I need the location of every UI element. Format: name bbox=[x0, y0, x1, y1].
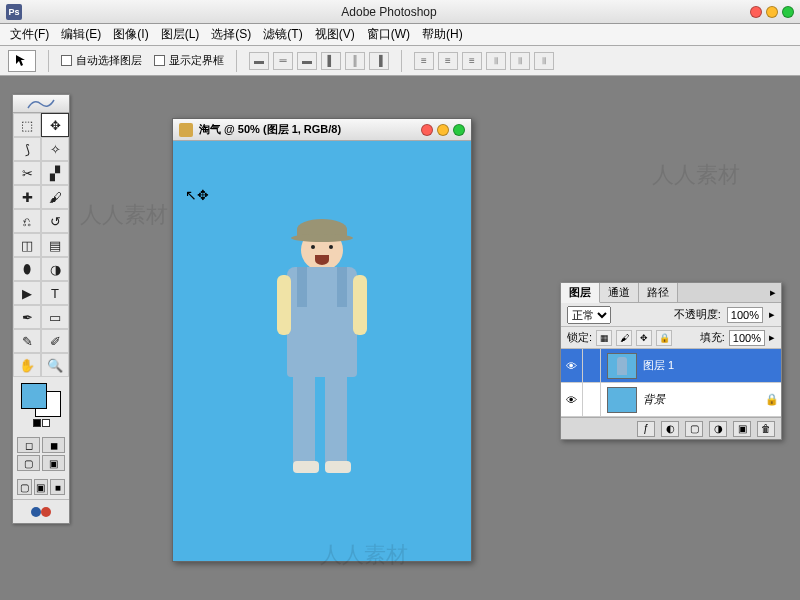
canvas[interactable]: ↖✥ bbox=[173, 141, 471, 561]
lock-transparency-button[interactable]: ▦ bbox=[596, 330, 612, 346]
align-vcenter-button[interactable]: ═ bbox=[273, 52, 293, 70]
lasso-tool[interactable]: ⟆ bbox=[13, 137, 41, 161]
lock-label: 锁定: bbox=[567, 330, 592, 345]
current-tool-indicator[interactable] bbox=[8, 50, 36, 72]
menu-layer[interactable]: 图层(L) bbox=[155, 24, 206, 45]
default-colors-button[interactable] bbox=[33, 419, 50, 427]
opacity-arrow-icon[interactable]: ▸ bbox=[769, 308, 775, 321]
align-top-button[interactable]: ▬ bbox=[249, 52, 269, 70]
toolbox-header[interactable] bbox=[13, 95, 69, 113]
visibility-toggle[interactable]: 👁 bbox=[561, 383, 583, 416]
menu-view[interactable]: 视图(V) bbox=[309, 24, 361, 45]
doc-minimize-icon[interactable] bbox=[437, 124, 449, 136]
visibility-toggle[interactable]: 👁 bbox=[561, 349, 583, 382]
quickmask-mode-button[interactable]: ◼ bbox=[42, 437, 65, 453]
shape-tool[interactable]: ▭ bbox=[41, 305, 69, 329]
lock-pixels-button[interactable]: 🖌 bbox=[616, 330, 632, 346]
menu-filter[interactable]: 滤镜(T) bbox=[257, 24, 308, 45]
delete-layer-button[interactable]: 🗑 bbox=[757, 421, 775, 437]
close-icon[interactable] bbox=[750, 6, 762, 18]
new-set-button[interactable]: ▢ bbox=[685, 421, 703, 437]
brush-tool[interactable]: 🖌 bbox=[41, 185, 69, 209]
distribute-bottom-button[interactable]: ≡ bbox=[462, 52, 482, 70]
document-titlebar[interactable]: 淘气 @ 50% (图层 1, RGB/8) bbox=[173, 119, 471, 141]
new-layer-button[interactable]: ▣ bbox=[733, 421, 751, 437]
screen-full-menu-button[interactable]: ▣ bbox=[42, 455, 65, 471]
show-bounding-box-checkbox[interactable]: 显示定界框 bbox=[154, 53, 224, 68]
distribute-top-button[interactable]: ≡ bbox=[414, 52, 434, 70]
fill-arrow-icon[interactable]: ▸ bbox=[769, 331, 775, 344]
fg-bg-swatches[interactable] bbox=[21, 383, 61, 417]
hand-tool[interactable]: ✋ bbox=[13, 353, 41, 377]
menu-image[interactable]: 图像(I) bbox=[107, 24, 154, 45]
marquee-tool[interactable]: ⬚ bbox=[13, 113, 41, 137]
minimize-icon[interactable] bbox=[766, 6, 778, 18]
crop-tool[interactable]: ✂ bbox=[13, 161, 41, 185]
align-hcenter-button[interactable]: ║ bbox=[345, 52, 365, 70]
layer-style-button[interactable]: ƒ bbox=[637, 421, 655, 437]
path-select-tool[interactable]: ▶ bbox=[13, 281, 41, 305]
magic-wand-tool[interactable]: ✧ bbox=[41, 137, 69, 161]
align-bottom-button[interactable]: ▬ bbox=[297, 52, 317, 70]
align-right-button[interactable]: ▐ bbox=[369, 52, 389, 70]
panel-menu-button[interactable]: ▸ bbox=[765, 283, 781, 302]
fill-value[interactable]: 100% bbox=[729, 330, 765, 346]
menu-file[interactable]: 文件(F) bbox=[4, 24, 55, 45]
zoom-tool[interactable]: 🔍 bbox=[41, 353, 69, 377]
layer-thumbnail[interactable] bbox=[607, 387, 637, 413]
layers-panel: 图层 通道 路径 ▸ 正常 不透明度: 100% ▸ 锁定: ▦ 🖌 ✥ 🔒 填… bbox=[560, 282, 782, 440]
healing-brush-tool[interactable]: ✚ bbox=[13, 185, 41, 209]
menu-edit[interactable]: 编辑(E) bbox=[55, 24, 107, 45]
layer-thumbnail[interactable] bbox=[607, 353, 637, 379]
jump-to-button[interactable] bbox=[13, 499, 69, 523]
clone-stamp-tool[interactable]: ⎌ bbox=[13, 209, 41, 233]
gradient-tool[interactable]: ▤ bbox=[41, 233, 69, 257]
blend-mode-select[interactable]: 正常 bbox=[567, 306, 611, 324]
auto-select-layer-checkbox[interactable]: 自动选择图层 bbox=[61, 53, 142, 68]
screen-mode-3[interactable]: ■ bbox=[50, 479, 65, 495]
distribute-right-button[interactable]: ⦀ bbox=[534, 52, 554, 70]
screen-mode-1[interactable]: ▢ bbox=[17, 479, 32, 495]
move-tool[interactable]: ✥ bbox=[41, 113, 69, 137]
blur-tool[interactable]: ⬮ bbox=[13, 257, 41, 281]
tab-layers[interactable]: 图层 bbox=[561, 283, 600, 303]
foreground-color-swatch[interactable] bbox=[21, 383, 47, 409]
dodge-tool[interactable]: ◑ bbox=[41, 257, 69, 281]
blend-opacity-row: 正常 不透明度: 100% ▸ bbox=[561, 303, 781, 327]
lock-all-button[interactable]: 🔒 bbox=[656, 330, 672, 346]
layer-name[interactable]: 图层 1 bbox=[643, 358, 781, 373]
adjustment-layer-button[interactable]: ◑ bbox=[709, 421, 727, 437]
menu-select[interactable]: 选择(S) bbox=[205, 24, 257, 45]
doc-close-icon[interactable] bbox=[421, 124, 433, 136]
layer-row[interactable]: 👁 背景 🔒 bbox=[561, 383, 781, 417]
opacity-value[interactable]: 100% bbox=[727, 307, 763, 323]
distribute-left-button[interactable]: ⦀ bbox=[486, 52, 506, 70]
screen-mode-2[interactable]: ▣ bbox=[34, 479, 49, 495]
layer-mask-button[interactable]: ◐ bbox=[661, 421, 679, 437]
image-content bbox=[267, 229, 377, 473]
layer-name[interactable]: 背景 bbox=[643, 392, 763, 407]
distribute-vcenter-button[interactable]: ≡ bbox=[438, 52, 458, 70]
notes-tool[interactable]: ✎ bbox=[13, 329, 41, 353]
layer-row[interactable]: 👁 图层 1 bbox=[561, 349, 781, 383]
pen-tool[interactable]: ✒ bbox=[13, 305, 41, 329]
lock-position-button[interactable]: ✥ bbox=[636, 330, 652, 346]
eyedropper-tool[interactable]: ✐ bbox=[41, 329, 69, 353]
link-column[interactable] bbox=[583, 383, 601, 416]
menu-window[interactable]: 窗口(W) bbox=[361, 24, 416, 45]
history-brush-tool[interactable]: ↺ bbox=[41, 209, 69, 233]
menubar: 文件(F) 编辑(E) 图像(I) 图层(L) 选择(S) 滤镜(T) 视图(V… bbox=[0, 24, 800, 46]
type-tool[interactable]: T bbox=[41, 281, 69, 305]
zoom-icon[interactable] bbox=[782, 6, 794, 18]
tab-paths[interactable]: 路径 bbox=[639, 283, 678, 302]
distribute-hcenter-button[interactable]: ⦀ bbox=[510, 52, 530, 70]
tab-channels[interactable]: 通道 bbox=[600, 283, 639, 302]
screen-standard-button[interactable]: ▢ bbox=[17, 455, 40, 471]
link-column[interactable] bbox=[583, 349, 601, 382]
standard-mode-button[interactable]: ◻ bbox=[17, 437, 40, 453]
align-left-button[interactable]: ▌ bbox=[321, 52, 341, 70]
doc-zoom-icon[interactable] bbox=[453, 124, 465, 136]
slice-tool[interactable]: ▞ bbox=[41, 161, 69, 185]
menu-help[interactable]: 帮助(H) bbox=[416, 24, 469, 45]
eraser-tool[interactable]: ◫ bbox=[13, 233, 41, 257]
